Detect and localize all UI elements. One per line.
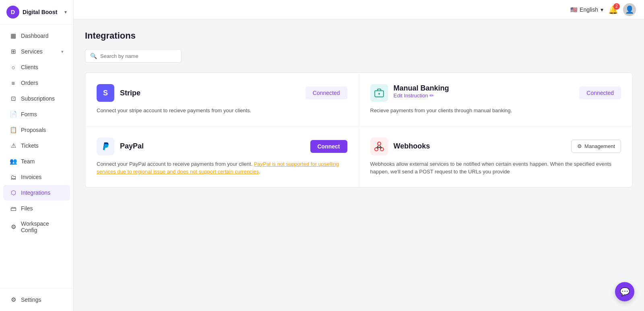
sidebar-item-team[interactable]: 👥Team	[3, 154, 70, 169]
sidebar-item-label: Dashboard	[21, 33, 49, 39]
paypal-card: PayPal Connect Connect your PayPal accou…	[85, 126, 359, 187]
paypal-header: PayPal Connect	[97, 138, 347, 155]
sidebar-item-integrations[interactable]: ⬡Integrations	[3, 185, 70, 200]
integrations-icon: ⬡	[10, 189, 17, 196]
sidebar-nav: ▦Dashboard⊞Services▾○Clients≡Orders⊡Subs…	[0, 25, 73, 288]
chat-icon: 💬	[620, 287, 630, 297]
chevron-down-icon: ▾	[61, 49, 64, 54]
brand-chevron-icon: ▾	[64, 9, 67, 15]
page-title: Integrations	[85, 31, 633, 41]
sidebar-footer: ⚙ Settings	[0, 288, 73, 311]
sidebar-item-label: Forms	[21, 111, 37, 117]
invoices-icon: 🗂	[10, 173, 17, 181]
files-icon: 🗃	[10, 205, 17, 212]
sidebar-item-clients[interactable]: ○Clients	[3, 60, 70, 75]
chat-bubble-button[interactable]: 💬	[615, 282, 634, 301]
manual-banking-connected-button[interactable]: Connected	[579, 87, 621, 99]
proposals-icon: 📋	[10, 126, 17, 134]
services-icon: ⊞	[10, 48, 17, 55]
manual-banking-header: Manual Banking Edit Instruction ✏ Connec…	[370, 84, 621, 102]
clients-icon: ○	[10, 64, 17, 71]
sidebar-item-proposals[interactable]: 📋Proposals	[3, 122, 70, 138]
webhooks-header: Webhooks ⚙ Management	[370, 138, 621, 155]
tickets-icon: ⚠	[10, 142, 17, 149]
language-chevron-icon: ▾	[601, 6, 603, 13]
sidebar-item-label: Invoices	[21, 174, 41, 180]
brand-logo: D	[6, 6, 19, 19]
manual-banking-description: Recieve payments from your clients throu…	[370, 107, 621, 115]
sidebar-item-invoices[interactable]: 🗂Invoices	[3, 169, 70, 185]
paypal-warning-link[interactable]: PayPal is not supported for upselling se…	[97, 161, 339, 175]
flag-icon: 🇺🇸	[570, 6, 577, 13]
notification-badge: 2	[613, 3, 620, 10]
sidebar-item-label: Services	[21, 48, 43, 55]
orders-icon: ≡	[10, 79, 17, 87]
webhooks-card: Webhooks ⚙ Management Webhooks allow ext…	[359, 126, 633, 187]
sidebar-item-services[interactable]: ⊞Services▾	[3, 44, 70, 59]
sidebar-item-label: Clients	[21, 64, 38, 70]
search-icon: 🔍	[90, 53, 97, 59]
svg-point-5	[378, 142, 381, 145]
stripe-description: Connect your stripe account to recieve p…	[97, 107, 347, 115]
sidebar-item-subscriptions[interactable]: ⊡Subscriptions	[3, 91, 70, 106]
sidebar-item-tickets[interactable]: ⚠Tickets	[3, 138, 70, 153]
sidebar-item-forms[interactable]: 📄Forms	[3, 107, 70, 122]
sidebar-item-label: Subscriptions	[21, 95, 55, 102]
team-icon: 👥	[10, 158, 17, 165]
stripe-title-row: S Stripe	[97, 84, 140, 102]
webhooks-description: Webhooks allow external services to be n…	[370, 160, 621, 176]
page-content: Integrations 🔍 S Stripe Connected Connec…	[74, 19, 644, 311]
notifications-button[interactable]: 🔔 2	[608, 5, 618, 14]
sidebar-item-label: Integrations	[21, 189, 50, 196]
sidebar-item-orders[interactable]: ≡Orders	[3, 75, 70, 91]
language-selector[interactable]: 🇺🇸 English ▾	[570, 6, 603, 13]
settings-icon: ⚙	[10, 296, 17, 303]
sidebar-item-label: Team	[21, 158, 35, 165]
sidebar-item-dashboard[interactable]: ▦Dashboard	[3, 28, 70, 43]
dashboard-icon: ▦	[10, 32, 17, 39]
sidebar-item-label: Workspace Config	[21, 220, 64, 233]
avatar-icon: 👤	[625, 5, 634, 14]
webhooks-icon	[370, 138, 388, 155]
sidebar-item-label: Files	[21, 205, 33, 212]
subscriptions-icon: ⊡	[10, 95, 17, 102]
management-label: Management	[584, 143, 615, 149]
manual-banking-subheader: Manual Banking Edit Instruction ✏	[394, 84, 449, 102]
search-bar[interactable]: 🔍	[85, 49, 182, 63]
topbar: 🇺🇸 English ▾ 🔔 2 👤	[74, 0, 644, 19]
sidebar-item-label: Proposals	[21, 127, 46, 133]
stripe-card: S Stripe Connected Connect your stripe a…	[85, 73, 359, 126]
user-avatar[interactable]: 👤	[623, 3, 636, 16]
stripe-connected-button[interactable]: Connected	[305, 87, 347, 99]
workspace-config-icon: ⚙	[10, 223, 17, 231]
main-content: 🇺🇸 English ▾ 🔔 2 👤 Integrations 🔍 S S	[74, 0, 644, 311]
paypal-connect-button[interactable]: Connect	[310, 140, 347, 153]
manual-banking-title-row: Manual Banking Edit Instruction ✏	[370, 84, 449, 102]
brand-name: Digital Boost	[23, 9, 64, 15]
manual-banking-icon	[370, 84, 388, 102]
paypal-title-row: PayPal	[97, 138, 144, 155]
paypal-description: Connect your PayPal account to receive p…	[97, 160, 347, 176]
stripe-card-header: S Stripe Connected	[97, 84, 347, 102]
sidebar-item-files[interactable]: 🗃Files	[3, 201, 70, 216]
webhooks-name: Webhooks	[394, 142, 430, 150]
sidebar-item-label: Tickets	[21, 142, 39, 149]
language-label: English	[580, 6, 598, 13]
stripe-name: Stripe	[120, 89, 140, 97]
search-input[interactable]	[100, 53, 176, 59]
paypal-name: PayPal	[120, 142, 144, 150]
stripe-icon: S	[97, 84, 114, 102]
webhooks-management-button[interactable]: ⚙ Management	[571, 140, 621, 153]
sidebar: D Digital Boost ▾ ▦Dashboard⊞Services▾○C…	[0, 0, 74, 311]
integrations-grid: S Stripe Connected Connect your stripe a…	[85, 72, 633, 187]
sidebar-item-settings[interactable]: ⚙ Settings	[3, 292, 70, 307]
paypal-icon	[97, 138, 114, 155]
webhooks-title-row: Webhooks	[370, 138, 430, 155]
edit-instruction-link[interactable]: Edit Instruction ✏	[394, 93, 434, 99]
manual-banking-name: Manual Banking	[394, 84, 449, 93]
manual-banking-card: Manual Banking Edit Instruction ✏ Connec…	[359, 73, 633, 126]
sidebar-header[interactable]: D Digital Boost ▾	[0, 0, 73, 25]
forms-icon: 📄	[10, 111, 17, 118]
sidebar-item-label: Orders	[21, 80, 38, 86]
sidebar-item-workspace-config[interactable]: ⚙Workspace Config	[3, 216, 70, 237]
